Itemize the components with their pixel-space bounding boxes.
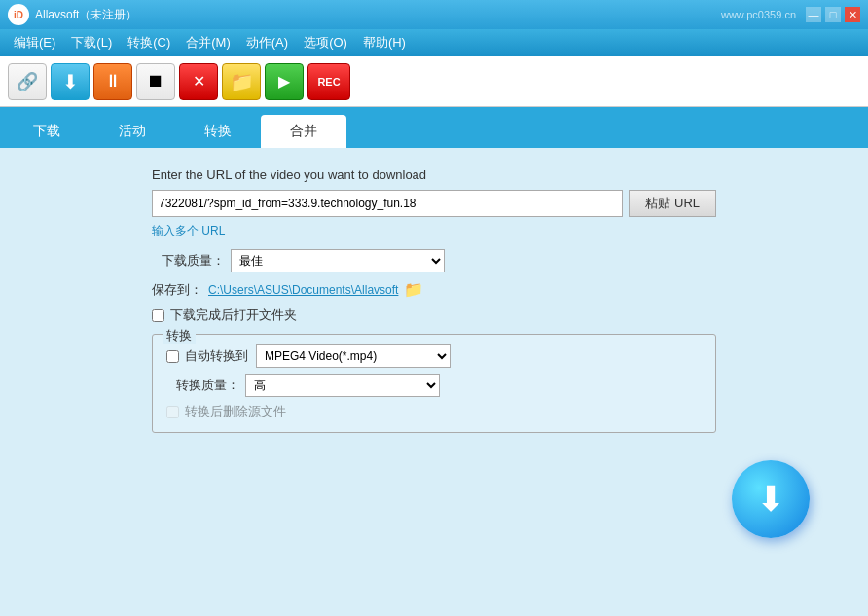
convert-group: 转换 自动转换到 MPEG4 Video(*.mp4) 转换质量： 高 转换后删… — [152, 334, 716, 433]
quality-label: 下载质量： — [152, 252, 225, 270]
cancel-button[interactable]: ✕ — [179, 63, 218, 100]
app-title: Allavsoft（未注册） — [35, 7, 721, 23]
save-path-label: 保存到： — [152, 281, 202, 299]
menu-help[interactable]: 帮助(H) — [355, 32, 414, 54]
tab-bar: 下载 活动 转换 合并 — [0, 107, 868, 148]
play-button[interactable]: ▶ — [265, 63, 304, 100]
open-folder-label: 下载完成后打开文件夹 — [170, 307, 297, 324]
app-logo: iD — [8, 4, 29, 25]
menu-bar: 编辑(E) 下载(L) 转换(C) 合并(M) 动作(A) 选项(O) 帮助(H… — [0, 29, 868, 56]
auto-convert-row: 自动转换到 MPEG4 Video(*.mp4) — [166, 344, 702, 368]
convert-quality-row: 转换质量： 高 — [166, 374, 702, 397]
window-controls: — □ ✕ — [806, 7, 860, 22]
watermark: www.pc0359.cn — [721, 9, 796, 20]
multi-url-link[interactable]: 输入多个 URL — [152, 223, 716, 239]
open-folder-button[interactable]: 📁 — [222, 63, 261, 100]
tab-download[interactable]: 下载 — [4, 115, 90, 148]
url-label: Enter the URL of the video you want to d… — [152, 167, 716, 182]
save-folder-icon[interactable]: 📁 — [404, 280, 423, 299]
close-button[interactable]: ✕ — [845, 7, 860, 22]
menu-options[interactable]: 选项(O) — [296, 32, 355, 54]
url-input[interactable] — [152, 190, 623, 217]
maximize-button[interactable]: □ — [825, 7, 841, 22]
save-path-link[interactable]: C:\Users\ASUS\Documents\Allavsoft — [208, 283, 398, 297]
quality-row: 下载质量： 最佳 — [152, 249, 716, 272]
rec-button[interactable]: REC — [307, 63, 350, 100]
delete-source-checkbox[interactable] — [166, 406, 179, 418]
delete-source-row: 转换后删除源文件 — [166, 403, 702, 420]
pause-button[interactable]: ⏸ — [93, 63, 132, 100]
tab-merge[interactable]: 合并 — [261, 115, 346, 148]
main-content: Enter the URL of the video you want to d… — [0, 148, 868, 616]
paste-url-button[interactable]: 粘贴 URL — [629, 190, 716, 217]
title-bar: iD Allavsoft（未注册） www.pc0359.cn — □ ✕ — [0, 0, 868, 29]
convert-group-title: 转换 — [163, 327, 196, 344]
tab-activity[interactable]: 活动 — [90, 115, 175, 148]
open-folder-checkbox[interactable] — [152, 309, 164, 322]
start-download-button[interactable]: ⬇ — [732, 460, 810, 538]
menu-edit[interactable]: 编辑(E) — [6, 32, 63, 54]
quality-select[interactable]: 最佳 — [231, 249, 445, 272]
format-select[interactable]: MPEG4 Video(*.mp4) — [256, 344, 451, 368]
download-form: Enter the URL of the video you want to d… — [152, 167, 716, 616]
open-folder-checkbox-row: 下载完成后打开文件夹 — [152, 307, 716, 324]
download-button[interactable]: ⬇ — [51, 63, 90, 100]
tab-convert[interactable]: 转换 — [175, 115, 261, 148]
auto-convert-checkbox[interactable] — [166, 350, 179, 363]
link-button[interactable]: 🔗 — [8, 63, 47, 100]
stop-button[interactable]: ⏹ — [136, 63, 175, 100]
menu-convert[interactable]: 转换(C) — [120, 32, 178, 54]
menu-download[interactable]: 下载(L) — [63, 32, 120, 54]
menu-action[interactable]: 动作(A) — [238, 32, 296, 54]
save-path-row: 保存到： C:\Users\ASUS\Documents\Allavsoft 📁 — [152, 280, 716, 299]
minimize-button[interactable]: — — [806, 7, 821, 22]
delete-source-label: 转换后删除源文件 — [185, 403, 286, 420]
convert-quality-label: 转换质量： — [166, 377, 239, 394]
toolbar: 🔗 ⬇ ⏸ ⏹ ✕ 📁 ▶ REC — [0, 56, 868, 107]
url-row: 粘贴 URL — [152, 190, 716, 217]
auto-convert-label: 自动转换到 — [185, 347, 248, 365]
convert-quality-select[interactable]: 高 — [245, 374, 440, 397]
menu-merge[interactable]: 合并(M) — [178, 32, 238, 54]
download-arrow-icon: ⬇ — [756, 482, 785, 517]
